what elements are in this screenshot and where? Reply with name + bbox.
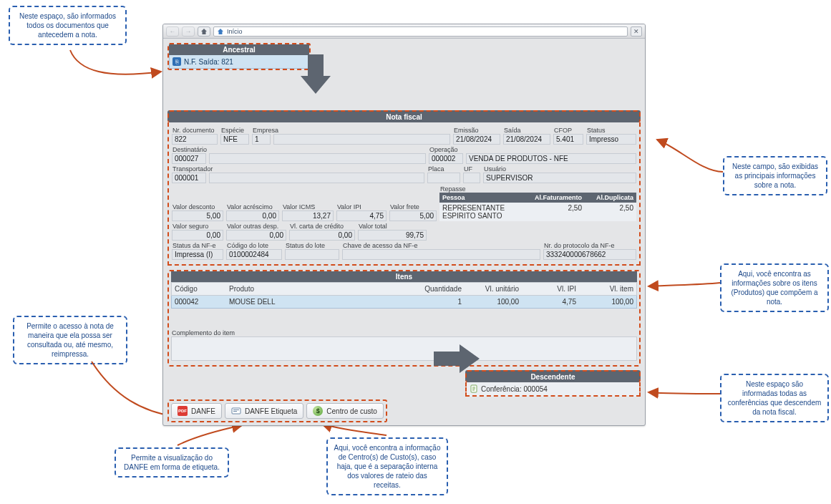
cell-vlitem: 100,00 — [579, 296, 636, 308]
itens-header: Itens — [171, 271, 637, 282]
nota-section: Nota fiscal Nr. documento822 EspécieNFE … — [167, 110, 641, 266]
centro-label: Centro de custo — [326, 407, 377, 415]
danfe-button[interactable]: PDF DANFE — [171, 403, 222, 419]
val-destcod[interactable]: 000027 — [172, 153, 206, 164]
val-nrdoc[interactable]: 822 — [172, 134, 218, 145]
etiqueta-label: DANFE Etiqueta — [245, 407, 297, 415]
danfe-etiqueta-button[interactable]: DANFE Etiqueta — [225, 403, 303, 419]
val-vcart[interactable]: 0,00 — [289, 230, 355, 241]
val-vipi[interactable]: 4,75 — [336, 210, 387, 221]
cell-codigo: 000042 — [172, 296, 226, 308]
label-icon — [231, 406, 241, 416]
repasse-table: Repasse Pessoa Al.Faturamento Al.Duplica… — [439, 185, 636, 221]
app-titlebar: ← → Início ✕ — [163, 24, 645, 39]
descendente-section: Descendente Conferência: 000054 — [465, 370, 641, 397]
lab-vipi: Valor IPI — [336, 203, 387, 210]
actions-row: PDF DANFE DANFE Etiqueta $ Centro de cus… — [167, 399, 387, 422]
lab-prot: Nr. do protocolo da NF-e — [543, 242, 636, 249]
val-uf[interactable] — [463, 173, 480, 183]
nav-back: ← — [166, 26, 179, 37]
val-chave — [342, 249, 540, 260]
col-vlipi: Vl. IPI — [522, 283, 579, 295]
cell-vlipi: 4,75 — [522, 296, 579, 308]
itens-columns: Código Produto Quantidade Vl. unitário V… — [171, 282, 637, 296]
danfe-label: DANFE — [191, 407, 215, 415]
lab-chave: Chave de acesso da NF-e — [342, 242, 540, 249]
cell-vlunit: 100,00 — [465, 296, 522, 308]
val-especie[interactable]: NFE — [220, 134, 249, 145]
coin-icon: $ — [313, 406, 323, 416]
nav-fwd: → — [182, 26, 195, 37]
lab-stlote: Status do lote — [285, 242, 339, 249]
lab-vcart: Vl. carta de crédito — [289, 223, 355, 230]
lab-uf: UF — [463, 165, 480, 173]
centro-custo-button[interactable]: $ Centro de custo — [306, 403, 384, 419]
cell-qtd: 1 — [411, 296, 465, 308]
val-empresa-nome — [273, 134, 450, 145]
lab-complemento: Complemento do item — [171, 329, 235, 336]
descendente-header: Descendente — [465, 370, 641, 382]
val-transcod[interactable]: 000001 — [172, 173, 206, 183]
callout-etiqueta: Permite a visualização do DANFE em forma… — [115, 447, 229, 478]
lab-vtot: Valor total — [358, 223, 427, 230]
callout-centro: Aqui, você encontra a informação de Cent… — [326, 437, 448, 495]
val-destnome — [209, 153, 426, 164]
val-vseg[interactable]: 0,00 — [172, 230, 223, 241]
lab-nrdoc: Nr. documento — [172, 127, 218, 134]
nota-header: Nota fiscal — [167, 110, 641, 122]
document-icon — [470, 384, 478, 393]
val-vout[interactable]: 0,00 — [226, 230, 286, 241]
lab-codlote: Código do lote — [226, 242, 282, 249]
val-saida[interactable]: 21/08/2024 — [503, 134, 550, 145]
complemento-box[interactable] — [171, 336, 637, 361]
val-prot: 333240000678662 — [543, 249, 636, 260]
descendente-label: Conferência: 000054 — [481, 385, 548, 393]
val-emissao[interactable]: 21/08/2024 — [453, 134, 500, 145]
lab-cfop: CFOP — [553, 127, 583, 134]
col-codigo: Código — [172, 283, 226, 295]
val-placa[interactable] — [427, 173, 460, 183]
lab-saida: Saída — [503, 127, 550, 134]
val-codlote: 0100002484 — [226, 249, 282, 260]
val-user: SUPERVISOR — [483, 173, 636, 183]
rp-col-dup: Al.Duplicata — [585, 193, 636, 203]
val-vacr[interactable]: 0,00 — [226, 210, 279, 221]
cell-produto: MOUSE DELL — [226, 296, 411, 308]
address-bar[interactable]: Início — [213, 26, 628, 37]
val-cfop[interactable]: 5.401 — [553, 134, 583, 145]
lab-emissao: Emissão — [453, 127, 500, 134]
val-opnome: VENDA DE PRODUTOS - NFE — [466, 153, 636, 164]
col-vlitem: Vl. item — [579, 283, 636, 295]
tab-close[interactable]: ✕ — [631, 26, 642, 37]
col-vlunit: Vl. unitário — [465, 283, 522, 295]
val-stlote — [285, 249, 339, 260]
ancestral-item-label: N.F. Saída: 821 — [184, 58, 233, 66]
nf-badge-icon: ⎘ — [172, 57, 181, 66]
callout-ancestral: Neste espaço, são informados todos os do… — [9, 6, 127, 45]
home-icon — [200, 28, 208, 35]
val-opcod[interactable]: 000002 — [429, 153, 463, 164]
val-vfrete[interactable]: 5,00 — [389, 210, 437, 221]
ancestral-header: Ancestral — [169, 44, 309, 55]
repasse-row[interactable]: REPRESENTANTE ESPIRITO SANTO 2,50 2,50 — [439, 203, 636, 221]
svg-rect-2 — [233, 410, 239, 410]
lab-vout: Valor outras desp. — [226, 223, 286, 230]
val-vicms[interactable]: 13,27 — [282, 210, 334, 221]
lab-vdesc: Valor desconto — [172, 203, 223, 210]
val-transnome — [209, 173, 424, 183]
lab-vfrete: Valor frete — [389, 203, 437, 210]
descendente-item[interactable]: Conferência: 000054 — [465, 382, 641, 397]
lab-empresa: Empresa — [252, 127, 271, 134]
item-row[interactable]: 000042 MOUSE DELL 1 100,00 4,75 100,00 — [171, 296, 637, 309]
lab-stnfe: Status da NF-e — [172, 242, 223, 249]
itens-section: Itens Código Produto Quantidade Vl. unit… — [167, 270, 641, 367]
callout-itens: Aqui, você encontra as informações sobre… — [720, 263, 829, 312]
svg-rect-3 — [233, 411, 237, 412]
val-empresa[interactable]: 1 — [252, 134, 271, 145]
val-vdesc[interactable]: 5,00 — [172, 210, 223, 221]
rp-col-fat: Al.Faturamento — [529, 193, 585, 203]
lab-status: Status — [586, 127, 636, 134]
nav-home[interactable] — [198, 26, 210, 37]
lab-especie: Espécie — [220, 127, 249, 134]
address-title: Início — [227, 28, 243, 35]
